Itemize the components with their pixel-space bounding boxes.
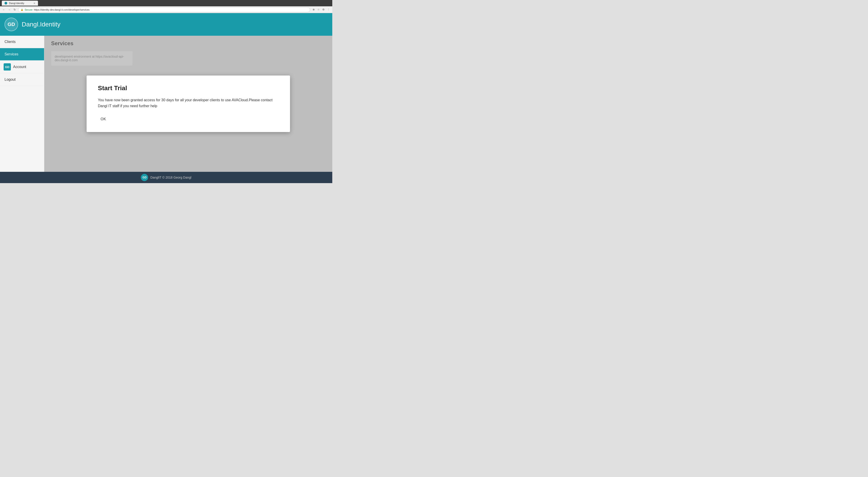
- address-bar[interactable]: 🔒 Secure https://identity-dev.dangl-it.c…: [18, 7, 310, 12]
- secure-label: Secure: [25, 8, 33, 11]
- tab-close-icon[interactable]: ✕: [33, 2, 35, 4]
- bookmark-icon[interactable]: ☆: [316, 8, 320, 12]
- modal-title: Start Trial: [98, 85, 279, 92]
- app-logo: GD: [4, 18, 18, 31]
- account-avatar: GD: [4, 63, 11, 70]
- toolbar-icons: ⊕ ☆ ⚙ ⋮: [311, 8, 331, 12]
- modal-ok-button[interactable]: OK: [98, 115, 109, 123]
- sidebar-item-logout[interactable]: Logout: [0, 73, 44, 86]
- browser-tab[interactable]: Dangl.Identity ✕: [2, 1, 38, 6]
- content-area: Services development environment at http…: [44, 36, 332, 172]
- zoom-icon[interactable]: ⊕: [311, 8, 315, 12]
- modal-overlay: Start Trial You have now been granted ac…: [44, 36, 332, 172]
- modal-body: You have now been granted access for 30 …: [98, 97, 279, 109]
- sidebar-item-account[interactable]: GD Account: [0, 61, 44, 73]
- main-layout: Clients Services GD Account Logout Servi…: [0, 36, 332, 172]
- sidebar-item-services[interactable]: Services: [0, 48, 44, 61]
- footer-logo: GD: [141, 174, 148, 181]
- browser-toolbar: ← → ↻ 🔒 Secure https://identity-dev.dang…: [0, 6, 332, 13]
- browser-chrome: Dangl.Identity ✕: [0, 0, 332, 6]
- app-title: Dangl.Identity: [22, 21, 60, 28]
- menu-icon[interactable]: ⋮: [327, 8, 331, 12]
- sidebar-item-clients[interactable]: Clients: [0, 36, 44, 48]
- forward-button[interactable]: →: [7, 8, 11, 12]
- modal-dialog: Start Trial You have now been granted ac…: [87, 76, 290, 132]
- tab-favicon-icon: [4, 2, 7, 4]
- extensions-icon[interactable]: ⚙: [321, 8, 326, 12]
- footer-copyright: DanglIT © 2018 Georg Dangl: [150, 176, 191, 179]
- app-footer: GD DanglIT © 2018 Georg Dangl: [0, 172, 332, 183]
- back-button[interactable]: ←: [2, 8, 6, 12]
- address-url: https://identity-dev.dangl-it.com/develo…: [34, 8, 90, 11]
- refresh-button[interactable]: ↻: [13, 8, 17, 12]
- secure-icon: 🔒: [21, 8, 23, 11]
- sidebar: Clients Services GD Account Logout: [0, 36, 44, 172]
- app-header: GD Dangl.Identity: [0, 13, 332, 36]
- tab-title: Dangl.Identity: [9, 2, 24, 4]
